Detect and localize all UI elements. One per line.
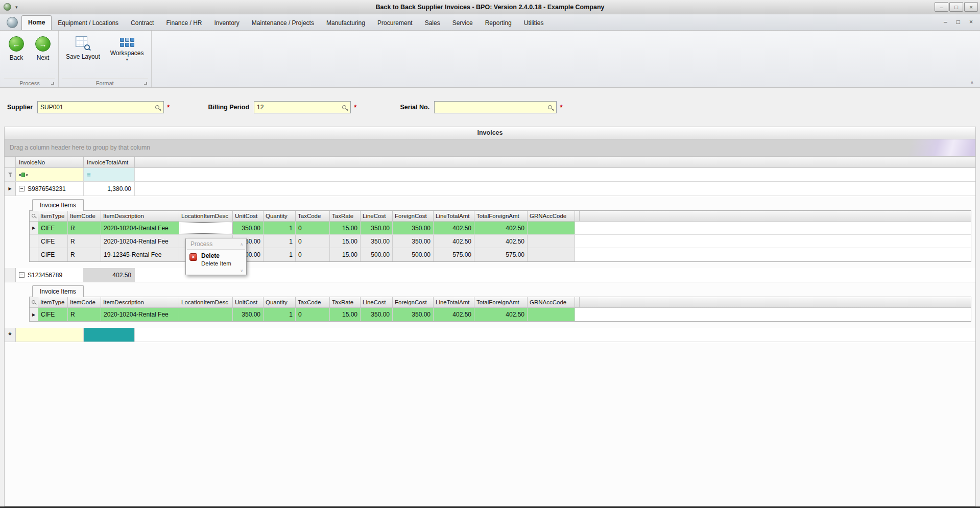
tab-finance-hr[interactable]: Finance / HR [160, 16, 208, 30]
column-header-invoiceno[interactable]: InvoiceNo [16, 157, 84, 167]
invoice-item-row[interactable]: CIFE R 2020-10204-Rental Fee 350.00 1 0 … [30, 235, 971, 248]
invoice-item-row[interactable]: ▶ CIFE R 2020-10204-Rental Fee 350.00 1 … [30, 308, 971, 321]
cell-totalforeignamt[interactable]: 402.50 [474, 308, 528, 321]
dialog-launcher-icon[interactable] [144, 82, 147, 85]
cell-itemcode[interactable]: R [68, 235, 101, 248]
tab-service[interactable]: Service [446, 16, 479, 30]
application-button[interactable] [3, 15, 21, 30]
column-header-grnacccode[interactable]: GRNAccCode [528, 211, 575, 221]
column-header-linecost[interactable]: LineCost [361, 211, 393, 221]
cell-quantity[interactable]: 1 [264, 248, 296, 261]
minimize-button[interactable]: – [935, 2, 948, 12]
cell-taxcode[interactable]: 0 [296, 222, 330, 234]
cell-invoicetotalamt[interactable]: 1,380.00 [84, 182, 135, 196]
column-header-locationitemdesc[interactable]: LocationItemDesc [179, 211, 233, 221]
cell-itemtype[interactable]: CIFE [38, 222, 68, 234]
cell-locationitemdesc[interactable] [179, 308, 233, 321]
new-row-invoiceno-cell[interactable] [16, 328, 84, 342]
cell-itemtype[interactable]: CIFE [38, 235, 68, 248]
cell-taxrate[interactable]: 15.00 [330, 248, 361, 261]
cell-taxrate[interactable]: 15.00 [330, 235, 361, 248]
column-header-linecost[interactable]: LineCost [361, 297, 393, 307]
cell-linetotalamt[interactable]: 575.00 [434, 248, 474, 261]
cell-itemcode[interactable]: R [68, 222, 101, 234]
cell-foreigncost[interactable]: 500.00 [393, 248, 434, 261]
search-icon[interactable] [342, 105, 347, 110]
cell-itemtype[interactable]: CIFE [38, 308, 68, 321]
cell-itemdescription[interactable]: 2020-10204-Rental Fee [101, 308, 179, 321]
cell-linecost[interactable]: 350.00 [361, 222, 393, 234]
mdi-minimize-button[interactable]: – [944, 18, 947, 26]
cell-itemcode[interactable]: R [68, 308, 101, 321]
scroll-up-icon[interactable]: ∧ [240, 242, 243, 247]
delete-menu-item[interactable]: × Delete Delete Item [186, 250, 246, 268]
cell-quantity[interactable]: 1 [264, 222, 296, 234]
scroll-down-icon[interactable]: ∨ [240, 269, 243, 273]
dialog-launcher-icon[interactable] [51, 82, 54, 85]
cell-locationitemdesc-editing[interactable] [179, 222, 233, 234]
cell-taxcode[interactable]: 0 [296, 308, 330, 321]
cell-itemdescription[interactable]: 2020-10204-Rental Fee [101, 235, 179, 248]
search-icon[interactable] [155, 105, 160, 110]
invoice-item-row[interactable]: CIFE R 19-12345-Rental Fee 500.00 1 0 15… [30, 248, 971, 261]
column-header-taxrate[interactable]: TaxRate [330, 211, 361, 221]
column-header-itemcode[interactable]: ItemCode [68, 211, 101, 221]
search-icon[interactable] [548, 105, 553, 110]
invoice-items-tab[interactable]: Invoice Items [32, 285, 84, 297]
column-header-totalforeignamt[interactable]: TotalForeignAmt [474, 297, 528, 307]
tab-home[interactable]: Home [21, 15, 52, 30]
serial-no-field[interactable] [434, 101, 557, 113]
serial-no-input[interactable] [437, 104, 546, 111]
supplier-field[interactable] [37, 101, 164, 113]
tab-procurement[interactable]: Procurement [371, 16, 419, 30]
invoice-item-row[interactable]: ▶ CIFE R 2020-10204-Rental Fee 350.00 1 … [30, 222, 971, 235]
tab-sales[interactable]: Sales [419, 16, 446, 30]
invoice-row[interactable]: ▶ S9876543231 1,380.00 [5, 182, 975, 196]
collapse-ribbon-icon[interactable]: ∧ [970, 80, 974, 85]
cell-linecost[interactable]: 350.00 [361, 308, 393, 321]
cell-invoiceno[interactable]: S9876543231 [16, 182, 84, 196]
column-header-taxcode[interactable]: TaxCode [296, 297, 330, 307]
collapse-detail-icon[interactable] [19, 272, 25, 278]
cell-totalforeignamt[interactable]: 575.00 [474, 248, 528, 261]
cell-foreigncost[interactable]: 350.00 [393, 308, 434, 321]
grid-search-icon[interactable] [32, 214, 36, 219]
column-header-itemtype[interactable]: ItemType [38, 297, 68, 307]
group-by-panel[interactable]: Drag a column header here to group by th… [5, 139, 975, 157]
cell-grnacccode[interactable] [528, 235, 575, 248]
column-header-itemdescription[interactable]: ItemDescription [101, 211, 179, 221]
cell-foreigncost[interactable]: 350.00 [393, 222, 434, 234]
column-header-itemdescription[interactable]: ItemDescription [101, 297, 179, 307]
column-header-unitcost[interactable]: UnitCost [233, 297, 264, 307]
cell-linetotalamt[interactable]: 402.50 [434, 222, 474, 234]
quick-access-dropdown-icon[interactable]: ▾ [15, 5, 18, 10]
column-header-linetotalamt[interactable]: LineTotalAmt [434, 211, 474, 221]
column-header-taxcode[interactable]: TaxCode [296, 211, 330, 221]
maximize-button[interactable]: □ [949, 2, 963, 12]
tab-equipment-locations[interactable]: Equipment / Locations [52, 16, 125, 30]
column-header-taxrate[interactable]: TaxRate [330, 297, 361, 307]
cell-unitcost[interactable]: 350.00 [233, 222, 264, 234]
new-row-selected-cell[interactable] [84, 328, 135, 342]
save-layout-button[interactable]: Save Layout [62, 33, 104, 61]
cell-taxcode[interactable]: 0 [296, 248, 330, 261]
mdi-maximize-button[interactable]: □ [957, 18, 960, 26]
cell-itemtype[interactable]: CIFE [38, 248, 68, 261]
billing-period-field[interactable] [254, 101, 351, 113]
tab-inventory[interactable]: Inventory [208, 16, 245, 30]
close-button[interactable]: × [964, 2, 978, 12]
column-header-unitcost[interactable]: UnitCost [233, 211, 264, 221]
cell-taxcode[interactable]: 0 [296, 235, 330, 248]
column-header-quantity[interactable]: Quantity [264, 211, 296, 221]
cell-linetotalamt[interactable]: 402.50 [434, 235, 474, 248]
column-header-grnacccode[interactable]: GRNAccCode [528, 297, 575, 307]
billing-period-input[interactable] [257, 104, 340, 111]
cell-totalforeignamt[interactable]: 402.50 [474, 222, 528, 234]
cell-itemdescription[interactable]: 2020-10204-Rental Fee [101, 222, 179, 234]
column-header-linetotalamt[interactable]: LineTotalAmt [434, 297, 474, 307]
back-button[interactable]: ← Back [4, 33, 29, 62]
cell-taxrate[interactable]: 15.00 [330, 308, 361, 321]
filter-cell-invoicetotalamt[interactable]: = [84, 168, 135, 181]
column-header-itemtype[interactable]: ItemType [38, 211, 68, 221]
cell-itemcode[interactable]: R [68, 248, 101, 261]
